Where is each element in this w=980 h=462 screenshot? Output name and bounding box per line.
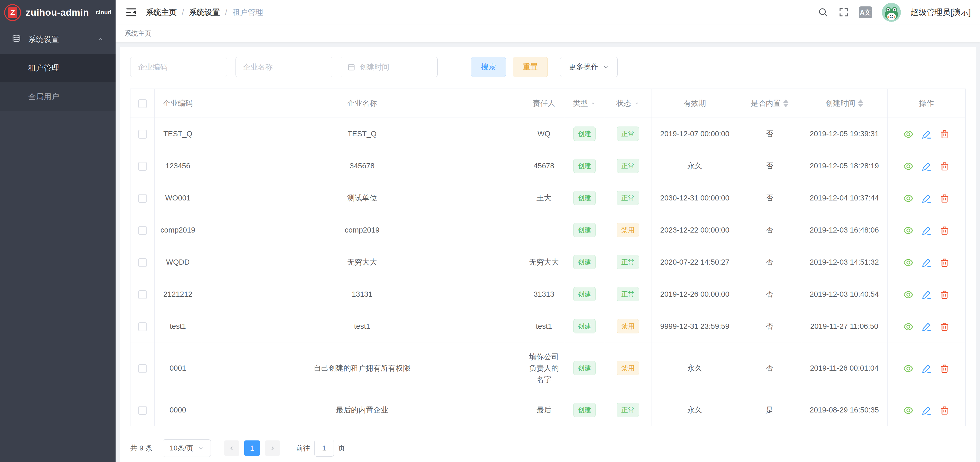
delete-icon[interactable] — [939, 405, 950, 416]
row-checkbox[interactable] — [138, 258, 147, 267]
row-checkbox[interactable] — [138, 130, 147, 138]
status-badge: 正常 — [617, 287, 639, 301]
page-size-select[interactable]: 10条/页 — [163, 440, 211, 457]
view-icon[interactable] — [903, 405, 913, 416]
view-icon[interactable] — [903, 129, 913, 140]
edit-icon[interactable] — [921, 364, 932, 374]
row-checkbox[interactable] — [138, 406, 147, 415]
cell-owner: 无穷大大 — [523, 246, 565, 278]
created-time-picker[interactable] — [341, 57, 438, 77]
avatar[interactable] — [882, 3, 901, 22]
cell-name: 13131 — [201, 278, 523, 310]
company-code-input[interactable] — [130, 57, 227, 77]
row-checkbox[interactable] — [138, 162, 147, 171]
cell-code: 0000 — [154, 394, 201, 426]
edit-icon[interactable] — [921, 405, 932, 416]
tab-system-home[interactable]: 系统主页 — [119, 27, 157, 40]
header-owner: 责任人 — [523, 89, 565, 118]
delete-icon[interactable] — [939, 193, 950, 203]
view-icon[interactable] — [903, 322, 913, 332]
search-button[interactable]: 搜索 — [471, 57, 506, 77]
table-row: WQDD 无穷大大 无穷大大 创建 正常 2020-07-22 14:50:27… — [130, 246, 966, 278]
type-badge: 创建 — [573, 403, 595, 417]
current-page-button[interactable]: 1 — [244, 440, 260, 456]
breadcrumb-system-settings[interactable]: 系统设置 — [189, 7, 220, 18]
cell-name: 345678 — [201, 150, 523, 182]
edit-icon[interactable] — [921, 225, 932, 236]
breadcrumb-home[interactable]: 系统主页 — [146, 7, 177, 18]
cell-valid-period: 永久 — [652, 342, 738, 394]
table-row: WO001 测试单位 王大 创建 正常 2030-12-31 00:00:00 … — [130, 182, 966, 214]
language-icon[interactable]: A文 — [859, 6, 872, 18]
view-icon[interactable] — [903, 289, 913, 300]
edit-icon[interactable] — [921, 193, 932, 203]
breadcrumb-separator: / — [182, 8, 184, 17]
topbar-actions: A文 超级管理员[演示] — [818, 3, 971, 22]
sidebar: Z zuihou-admin cloud 系统设置 租户管理 全局用户 — [0, 0, 116, 462]
edit-icon[interactable] — [921, 257, 932, 268]
view-icon[interactable] — [903, 225, 913, 236]
cell-builtin: 否 — [738, 246, 801, 278]
next-page-button[interactable] — [265, 440, 280, 456]
sort-icon[interactable] — [858, 99, 863, 107]
filter-icon[interactable] — [634, 100, 640, 106]
company-name-input[interactable] — [235, 57, 332, 77]
delete-icon[interactable] — [939, 364, 950, 374]
cell-name: test1 — [201, 310, 523, 342]
search-icon[interactable] — [818, 7, 829, 18]
view-icon[interactable] — [903, 364, 913, 374]
delete-icon[interactable] — [939, 129, 950, 140]
edit-icon[interactable] — [921, 322, 932, 332]
cell-builtin: 否 — [738, 182, 801, 214]
cell-name: TEST_Q — [201, 118, 523, 150]
cell-valid-period: 2019-12-26 00:00:00 — [652, 278, 738, 310]
sidebar-group-system-settings[interactable]: 系统设置 — [0, 25, 116, 54]
row-checkbox[interactable] — [138, 290, 147, 299]
delete-icon[interactable] — [939, 289, 950, 300]
reset-button[interactable]: 重置 — [513, 57, 548, 77]
fullscreen-icon[interactable] — [838, 7, 849, 18]
select-all-checkbox[interactable] — [138, 99, 147, 108]
view-icon[interactable] — [903, 193, 913, 203]
delete-icon[interactable] — [939, 161, 950, 171]
status-badge: 正常 — [617, 255, 639, 269]
created-time-input[interactable] — [360, 63, 431, 71]
edit-icon[interactable] — [921, 289, 932, 300]
user-name[interactable]: 超级管理员[演示] — [911, 7, 971, 18]
sort-icon[interactable] — [783, 99, 788, 107]
cell-builtin: 是 — [738, 394, 801, 426]
cell-owner: 最后 — [523, 394, 565, 426]
sidebar-item-tenant-management[interactable]: 租户管理 — [0, 54, 116, 83]
edit-icon[interactable] — [921, 129, 932, 140]
delete-icon[interactable] — [939, 225, 950, 236]
view-icon[interactable] — [903, 257, 913, 268]
view-icon[interactable] — [903, 161, 913, 171]
goto-page-input[interactable] — [314, 440, 334, 457]
row-checkbox[interactable] — [138, 322, 147, 331]
type-badge: 创建 — [573, 159, 595, 173]
type-badge: 创建 — [573, 287, 595, 301]
cell-builtin: 否 — [738, 150, 801, 182]
cell-owner: 31313 — [523, 278, 565, 310]
table-row: test1 test1 test1 创建 禁用 9999-12-31 23:59… — [130, 310, 966, 342]
row-checkbox[interactable] — [138, 364, 147, 373]
logo-icon: Z — [4, 4, 21, 21]
more-actions-button[interactable]: 更多操作 — [560, 57, 618, 77]
goto-label: 前往 — [296, 443, 310, 453]
sidebar-item-global-users[interactable]: 全局用户 — [0, 83, 116, 111]
row-checkbox[interactable] — [138, 226, 147, 235]
cell-valid-period: 永久 — [652, 394, 738, 426]
sidebar-group-label: 系统设置 — [28, 34, 59, 44]
delete-icon[interactable] — [939, 322, 950, 332]
cell-builtin: 否 — [738, 214, 801, 246]
type-badge: 创建 — [573, 191, 595, 205]
header-type: 类型 — [565, 89, 604, 118]
edit-icon[interactable] — [921, 161, 932, 171]
app-title: zuihou-admin — [26, 7, 89, 18]
filter-icon[interactable] — [590, 100, 596, 106]
delete-icon[interactable] — [939, 257, 950, 268]
row-checkbox[interactable] — [138, 194, 147, 203]
sidebar-collapse-icon[interactable] — [125, 6, 137, 18]
prev-page-button[interactable] — [224, 440, 239, 456]
status-badge: 正常 — [617, 403, 639, 417]
